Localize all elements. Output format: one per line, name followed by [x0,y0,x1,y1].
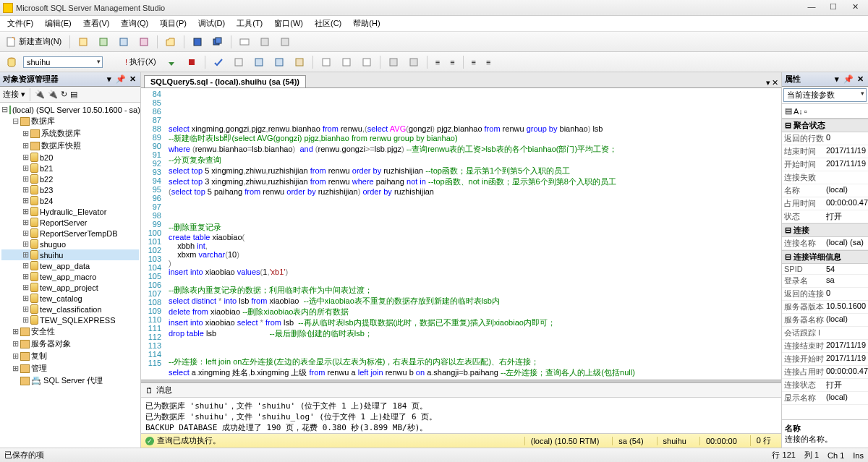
property-category[interactable]: ⊟ 连接 [782,223,868,237]
property-row[interactable]: SPID54 [782,264,868,275]
property-row[interactable]: 连接失败 [782,171,868,184]
tree-toggle-icon[interactable]: ⊞ [12,339,19,348]
tb-icon-3[interactable] [115,35,132,49]
property-row[interactable]: 连接名称(local) (sa) [782,237,868,250]
tb-icon-2[interactable] [95,35,112,49]
q-icon-9[interactable] [405,55,422,69]
tree-item[interactable]: ⊞b23 [1,184,139,195]
oe-dropdown-icon[interactable]: ▾ [104,74,114,85]
tree-item[interactable]: ⊞shuguo [1,239,139,249]
menu-item[interactable]: 文件(F) [3,17,38,30]
menu-item[interactable]: 编辑(E) [41,17,76,30]
tree-toggle-icon[interactable]: ⊞ [22,304,29,314]
tree-toggle-icon[interactable]: ⊞ [22,228,29,238]
editor-tab[interactable]: SQLQuery5.sql - (local).shuihu (sa (54)) [144,75,306,87]
tree-toggle-icon[interactable]: ⊞ [22,196,29,205]
props-close-icon[interactable]: ✕ [855,74,865,85]
props-pin-icon[interactable]: 📌 [843,74,854,85]
menu-item[interactable]: 帮助(H) [349,17,384,30]
props-az-icon[interactable]: A↓ [793,107,803,116]
tree-toggle-icon[interactable]: ⊞ [12,351,19,361]
save-all-icon[interactable] [209,35,226,49]
tree-item[interactable]: ⊞数据库快照 [1,140,139,152]
property-category[interactable]: ⊟ 聚合状态 [782,119,868,132]
property-row[interactable]: 连接占用时00:00:00.477 [782,366,868,379]
tree-toggle-icon[interactable]: ⊞ [22,239,29,249]
new-query-button[interactable]: 新建查询(N) [3,34,65,49]
tree-toggle-icon[interactable]: ⊞ [22,163,29,173]
tree-item[interactable]: ⊟数据库 [1,115,139,127]
oe-tb-2[interactable]: 🔌 [48,90,58,99]
menu-item[interactable]: 工具(T) [232,17,267,30]
oe-close-icon[interactable]: ✕ [127,74,137,85]
uncomment-icon[interactable]: ≡ [482,56,494,69]
property-row[interactable]: 占用时间00:00:00.477 [782,197,868,210]
property-row[interactable]: 服务器名称(local) [782,314,868,327]
tb-extra-2[interactable] [256,35,273,49]
property-row[interactable]: 开始时间2017/11/19 [782,158,868,171]
tree-toggle-icon[interactable]: ⊟ [1,105,8,114]
tab-close-icon[interactable]: ✕ [772,78,778,87]
tree-item[interactable]: ⊞系统数据库 [1,127,139,140]
tree-item[interactable]: ⊞tew_catalog [1,293,139,304]
tree-toggle-icon[interactable]: ⊞ [22,272,29,281]
property-row[interactable]: 返回的行数0 [782,132,868,145]
tree-item[interactable]: ⊞b21 [1,163,139,174]
q-icon-4[interactable] [291,55,308,69]
property-row[interactable]: 会话跟踪 I [782,327,868,340]
menu-item[interactable]: 社区(C) [310,17,346,30]
q-icon-6[interactable] [338,55,355,69]
tree-item[interactable]: ⊞服务器对象 [1,338,139,350]
tree-item[interactable]: ⊞b22 [1,174,139,184]
property-row[interactable]: 连接开始时2017/11/19 [782,353,868,366]
property-row[interactable]: 连接状态打开 [782,379,868,392]
tb-icon-1[interactable] [75,35,92,49]
menu-item[interactable]: 调试(D) [194,17,229,30]
tree-toggle-icon[interactable]: ⊞ [22,250,29,260]
tree-toggle-icon[interactable]: ⊞ [22,218,29,227]
property-row[interactable]: 名称(local) [782,184,868,197]
messages-tab[interactable]: 🗒 消息 [141,383,781,398]
q-icon-1[interactable] [230,55,247,69]
maximize-button[interactable]: ☐ [823,2,843,14]
tree-item[interactable]: ⊞安全性 [1,325,139,338]
tree-toggle-icon[interactable]: ⊞ [22,315,29,325]
oe-pin-icon[interactable]: 📌 [116,74,126,85]
property-row[interactable]: 登录名sa [782,275,868,288]
oe-tb-filter[interactable]: ▤ [70,90,77,99]
tree-item[interactable]: ⊞tew_app_project [1,282,139,293]
tree-toggle-icon[interactable]: ⊞ [22,185,29,194]
property-row[interactable]: 显示名称(local) [782,392,868,405]
property-row[interactable]: 状态打开 [782,210,868,223]
tree-item[interactable]: ⊞管理 [1,362,139,375]
props-cat-icon[interactable]: ▤ [785,106,792,116]
db-icon[interactable] [3,55,20,69]
debug-icon[interactable] [163,55,180,69]
q-icon-5[interactable] [318,55,335,69]
oe-connect-button[interactable]: 连接 ▾ [3,89,25,100]
property-row[interactable]: 返回的连接0 [782,288,868,301]
tree-toggle-icon[interactable]: ⊞ [22,261,29,270]
tree-item[interactable]: ⊟(local) (SQL Server 10.50.1600 - sa) [1,104,139,115]
q-icon-7[interactable] [358,55,375,69]
tb-extra-3[interactable] [276,35,294,49]
tree-toggle-icon[interactable]: ⊞ [22,129,29,138]
parse-icon[interactable] [210,55,227,69]
comment-icon[interactable]: ≡ [468,56,480,69]
q-icon-3[interactable] [271,55,288,69]
props-dropdown-icon[interactable]: ▾ [832,74,842,85]
outdent-icon[interactable]: ≡ [446,56,458,69]
tree-item[interactable]: ⊞tew_app_macro [1,271,139,282]
tree-item[interactable]: ⊞TEW_SQLEXPRESS [1,315,139,325]
tree-toggle-icon[interactable]: ⊞ [22,141,29,150]
property-category[interactable]: ⊟ 连接详细信息 [782,250,868,264]
menu-item[interactable]: 查询(Q) [116,17,153,30]
open-icon[interactable] [162,35,179,49]
tree-toggle-icon[interactable]: ⊞ [22,283,29,292]
tree-item[interactable]: ⊞Hydraulic_Elevator [1,206,139,217]
tree-item[interactable]: ⊞b20 [1,152,139,163]
properties-selector[interactable]: 当前连接参数 [783,88,867,102]
tree-toggle-icon[interactable]: ⊞ [22,207,29,216]
oe-tb-refresh[interactable]: ↻ [61,90,67,99]
tb-extra-1[interactable] [236,35,253,49]
